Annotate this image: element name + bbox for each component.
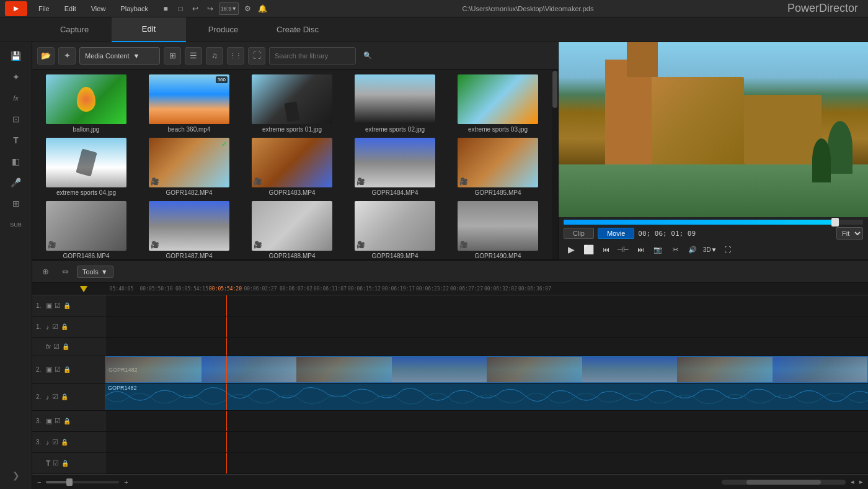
track-check[interactable]: ☑	[55, 302, 61, 310]
timeline-scrollbar[interactable]	[722, 480, 846, 485]
quality-select[interactable]: 16:9▼	[219, 2, 239, 15]
track-content-2-video[interactable]: GOPR1482	[105, 356, 868, 383]
notification-icon[interactable]: 🔔	[256, 2, 268, 15]
view-expand-btn[interactable]: ⛶	[248, 47, 265, 65]
tab-produce[interactable]: Produce	[186, 17, 260, 42]
scroll-right[interactable]: ▸	[859, 478, 863, 486]
settings-icon[interactable]: ■	[159, 2, 172, 15]
track-check[interactable]: ☑	[53, 343, 60, 351]
stop-button[interactable]: ⬜	[581, 242, 596, 257]
media-item-gopr1484[interactable]: 🎥 GOPR1484.MP4	[346, 138, 444, 196]
progress-thumb[interactable]	[831, 218, 839, 227]
zoom-out-button[interactable]: −	[37, 478, 41, 486]
sidebar-tool-mask[interactable]: ◧	[5, 151, 27, 171]
media-item-beach360[interactable]: 360 beach 360.mp4	[140, 74, 238, 133]
text-track-icon: T	[46, 459, 50, 468]
prev-frame-button[interactable]: ⏮	[598, 242, 613, 257]
track-check[interactable]: ☑	[55, 417, 61, 425]
sidebar-tool-pip[interactable]: ⊡	[5, 109, 27, 129]
track-content-2-audio[interactable]: GOPR1482	[105, 384, 868, 410]
view-grid-btn[interactable]: ⊞	[164, 47, 181, 65]
clip-mode-button[interactable]: Clip	[564, 228, 594, 239]
undo-icon[interactable]: ↩	[189, 2, 202, 15]
play-button[interactable]: ▶	[564, 242, 578, 257]
tl-tool-snap[interactable]: ⊕	[37, 264, 53, 280]
media-item-gopr1490[interactable]: 🎥 GOPR1490.MP4	[449, 201, 547, 259]
menu-view[interactable]: View	[87, 4, 110, 14]
volume-button[interactable]: 🔊	[685, 242, 700, 257]
search-icon[interactable]: 🔍	[360, 48, 376, 64]
view-music-btn[interactable]: ♫	[206, 47, 223, 65]
track-lock[interactable]: 🔒	[61, 393, 68, 400]
track-lock[interactable]: 🔒	[61, 323, 68, 330]
track-lock[interactable]: 🔒	[61, 439, 68, 446]
menu-playback[interactable]: Playback	[117, 4, 152, 14]
3d-button[interactable]: 3D▼	[702, 242, 717, 257]
media-item-extreme4[interactable]: extreme sports 04.jpg	[37, 138, 135, 196]
media-item-gopr1486[interactable]: 🎥 GOPR1486.MP4	[37, 201, 135, 259]
menu-edit[interactable]: Edit	[61, 4, 80, 14]
media-scrollbar[interactable]	[552, 70, 558, 259]
zoom-thumb[interactable]	[66, 478, 73, 486]
fit-select[interactable]: Fit	[836, 227, 863, 240]
gear-icon[interactable]: ⚙	[241, 2, 254, 15]
sidebar-expand[interactable]: ❯	[5, 465, 27, 485]
media-item-extreme2[interactable]: extreme sports 02.jpg	[346, 74, 444, 133]
track-check[interactable]: ☑	[53, 459, 59, 467]
menu-file[interactable]: File	[35, 4, 53, 14]
track-check[interactable]: ☑	[52, 393, 58, 401]
scroll-left[interactable]: ◂	[851, 478, 854, 486]
track-content-1-audio	[105, 316, 868, 337]
track-lock[interactable]: 🔒	[63, 302, 71, 309]
next-frame-button[interactable]: ⏭	[633, 242, 648, 257]
screen-icon[interactable]: □	[174, 2, 187, 15]
search-input[interactable]	[269, 47, 356, 65]
media-item-gopr1488[interactable]: 🎥 GOPR1488.MP4	[243, 201, 341, 259]
media-item-gopr1483[interactable]: 🎥 GOPR1483.MP4	[243, 138, 341, 196]
track-lock[interactable]: 🔒	[63, 418, 71, 424]
content-dropdown[interactable]: Media Content ▼	[79, 47, 160, 65]
track-lock[interactable]: 🔒	[62, 343, 69, 350]
zoom-slider[interactable]	[46, 481, 119, 483]
media-item-gopr1487[interactable]: 🎥 GOPR1487.MP4	[140, 201, 238, 259]
tab-create-disc[interactable]: Create Disc	[260, 17, 335, 42]
media-item-balloon[interactable]: ballon.jpg	[37, 74, 135, 133]
track-header-text: T ☑ 🔒	[32, 453, 105, 473]
snapshot-button[interactable]: 📷	[650, 242, 665, 257]
timeline-area: ⊕ ⇔ Tools ▼ 05:46:05 00:05:50:10 00:05:5…	[32, 259, 868, 489]
sidebar-tool-fx[interactable]: fx	[5, 88, 27, 108]
sidebar-tool-magic[interactable]: ✦	[5, 67, 27, 87]
movie-mode-button[interactable]: Movie	[598, 228, 634, 239]
tl-tool-fit[interactable]: ⇔	[57, 264, 73, 280]
redo-icon[interactable]: ↪	[204, 2, 216, 15]
trim-button[interactable]: ✂	[668, 242, 683, 257]
track-check[interactable]: ☑	[55, 366, 61, 374]
track-check[interactable]: ☑	[52, 323, 58, 331]
media-item-gopr1489[interactable]: 🎥 GOPR1489.MP4	[346, 201, 444, 259]
sidebar-tool-grid[interactable]: ⊞	[5, 194, 27, 213]
track-check[interactable]: ☑	[52, 438, 58, 446]
media-item-extreme3[interactable]: extreme sports 03.jpg	[449, 74, 547, 133]
media-item-gopr1482[interactable]: ✓ 🎥 GOPR1482.MP4	[140, 138, 238, 196]
sidebar-tool-import[interactable]: 💾	[5, 46, 27, 66]
track-row-text: T ☑ 🔒	[32, 453, 868, 474]
media-item-gopr1485[interactable]: 🎥 GOPR1485.MP4	[449, 138, 547, 196]
sidebar-tool-audio[interactable]: 🎤	[5, 173, 27, 192]
scrollbar-thumb[interactable]	[552, 71, 557, 108]
track-lock[interactable]: 🔒	[63, 366, 71, 373]
tab-capture[interactable]: Capture	[37, 17, 112, 42]
magic-button[interactable]: ✦	[58, 47, 76, 65]
split-button[interactable]: ⊣⊢	[616, 242, 631, 257]
fullscreen-button[interactable]: ⛶	[720, 242, 735, 257]
track-lock[interactable]: 🔒	[61, 460, 69, 467]
sidebar-tool-text[interactable]: T	[5, 130, 27, 150]
tools-dropdown[interactable]: Tools ▼	[77, 266, 113, 278]
tab-edit[interactable]: Edit	[112, 17, 186, 42]
media-item-extreme1[interactable]: extreme sports 01.jpg	[243, 74, 341, 133]
view-all-btn[interactable]: ⋮⋮	[227, 47, 244, 65]
import-button[interactable]: 📂	[37, 47, 55, 65]
sidebar-tool-subtitle[interactable]: SUB	[5, 215, 27, 235]
preview-progress[interactable]	[564, 220, 863, 225]
zoom-in-button[interactable]: +	[124, 478, 128, 486]
view-list-btn[interactable]: ☰	[185, 47, 202, 65]
